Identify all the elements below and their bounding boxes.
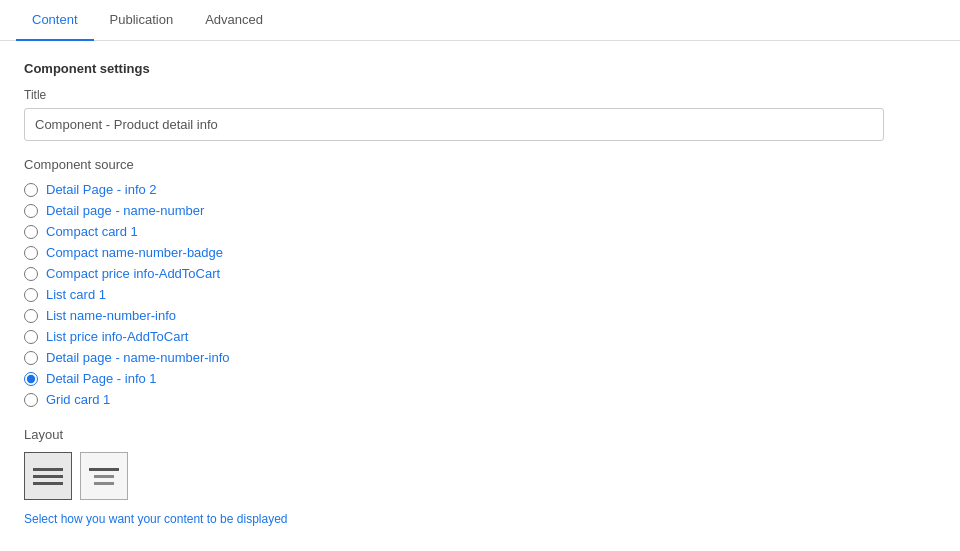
radio-detail-page-info2[interactable] (24, 183, 38, 197)
radio-list-name-number-info[interactable] (24, 309, 38, 323)
layout-line-2b (94, 475, 114, 478)
radio-item-grid-card1[interactable]: Grid card 1 (24, 392, 936, 407)
radio-detail-page-name-number[interactable] (24, 204, 38, 218)
radio-label-list-name-number-info: List name-number-info (46, 308, 176, 323)
layout-line-2a (89, 468, 119, 471)
layout-label: Layout (24, 427, 936, 442)
layout-line-1b (33, 475, 63, 478)
layout-options (24, 452, 936, 500)
radio-label-list-price-addtocart: List price info-AddToCart (46, 329, 188, 344)
section-title: Component settings (24, 61, 936, 76)
radio-item-detail-page-info2[interactable]: Detail Page - info 2 (24, 182, 936, 197)
radio-label-compact-card1: Compact card 1 (46, 224, 138, 239)
radio-label-list-card1: List card 1 (46, 287, 106, 302)
radio-item-list-card1[interactable]: List card 1 (24, 287, 936, 302)
layout-option-2[interactable] (80, 452, 128, 500)
radio-compact-card1[interactable] (24, 225, 38, 239)
radio-item-detail-page-name-number-info[interactable]: Detail page - name-number-info (24, 350, 936, 365)
tab-content[interactable]: Content (16, 0, 94, 41)
radio-item-compact-card1[interactable]: Compact card 1 (24, 224, 936, 239)
layout-hint: Select how you want your content to be d… (24, 512, 936, 526)
title-field-label: Title (24, 88, 936, 102)
component-source-options: Detail Page - info 2 Detail page - name-… (24, 182, 936, 407)
tab-bar: Content Publication Advanced (0, 0, 960, 41)
tab-advanced[interactable]: Advanced (189, 0, 279, 41)
layout-option-1[interactable] (24, 452, 72, 500)
layout-line-1a (33, 468, 63, 471)
radio-label-detail-page-name-number: Detail page - name-number (46, 203, 204, 218)
component-source-label: Component source (24, 157, 936, 172)
radio-label-compact-price-addtocart: Compact price info-AddToCart (46, 266, 220, 281)
main-content: Component settings Title Component sourc… (0, 41, 960, 546)
radio-item-compact-price-addtocart[interactable]: Compact price info-AddToCart (24, 266, 936, 281)
tab-publication[interactable]: Publication (94, 0, 190, 41)
radio-label-grid-card1: Grid card 1 (46, 392, 110, 407)
radio-item-detail-page-name-number[interactable]: Detail page - name-number (24, 203, 936, 218)
radio-label-detail-page-name-number-info: Detail page - name-number-info (46, 350, 230, 365)
radio-list-card1[interactable] (24, 288, 38, 302)
radio-item-detail-page-info1[interactable]: Detail Page - info 1 (24, 371, 936, 386)
radio-label-compact-name-number-badge: Compact name-number-badge (46, 245, 223, 260)
radio-compact-name-number-badge[interactable] (24, 246, 38, 260)
radio-label-detail-page-info2: Detail Page - info 2 (46, 182, 157, 197)
radio-item-list-name-number-info[interactable]: List name-number-info (24, 308, 936, 323)
layout-line-2c (94, 482, 114, 485)
title-input[interactable] (24, 108, 884, 141)
radio-compact-price-addtocart[interactable] (24, 267, 38, 281)
radio-item-compact-name-number-badge[interactable]: Compact name-number-badge (24, 245, 936, 260)
radio-list-price-addtocart[interactable] (24, 330, 38, 344)
radio-item-list-price-addtocart[interactable]: List price info-AddToCart (24, 329, 936, 344)
radio-grid-card1[interactable] (24, 393, 38, 407)
radio-detail-page-info1[interactable] (24, 372, 38, 386)
radio-detail-page-name-number-info[interactable] (24, 351, 38, 365)
layout-line-1c (33, 482, 63, 485)
radio-label-detail-page-info1: Detail Page - info 1 (46, 371, 157, 386)
